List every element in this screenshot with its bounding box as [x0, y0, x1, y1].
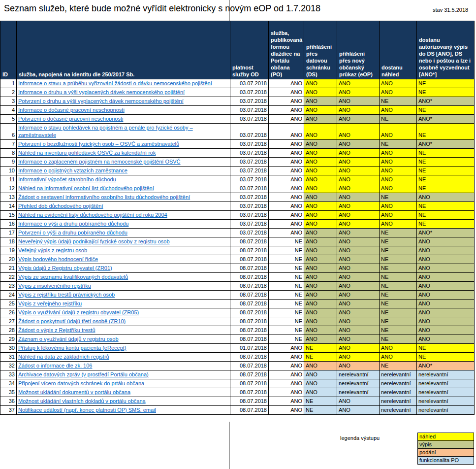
service-link[interactable]: Náhled na data ze základních registrů — [18, 354, 109, 360]
valid-from-cell: 03.07.2018 — [230, 79, 269, 88]
service-cell: Informace o druhu a výši vyplacených dáv… — [17, 88, 230, 97]
service-link[interactable]: Potvrzení o dočasné pracovní neschopnost… — [18, 116, 123, 122]
row-id: 30 — [0, 344, 17, 353]
service-link[interactable]: Výpis údajů z Registru obyvatel (ZR01) — [18, 265, 112, 271]
preview-cell: ANO — [380, 353, 417, 362]
service-link[interactable]: Přístup k lékovému kontu pacienta (eRece… — [18, 345, 127, 351]
preview-cell: NE — [380, 300, 417, 308]
service-link[interactable]: Výpis ze seznamu kvalifikovaných dodavat… — [18, 274, 128, 280]
service-link[interactable]: Přehled dob důchodového pojištění — [18, 203, 103, 209]
column-header-po: služba, publikovaná formou dlaždice na P… — [269, 21, 304, 79]
service-link[interactable]: Informace o zaplaceném pojistném na nemo… — [18, 159, 181, 165]
ds-cell: ANO — [304, 149, 337, 158]
po-cell: ANO — [269, 344, 304, 353]
ds-cell: ANO — [304, 370, 337, 379]
service-link[interactable]: Informace o pojistných vztazích zaměstna… — [18, 168, 127, 173]
extract-cell: ANO* — [417, 115, 475, 124]
service-link[interactable]: Výpis bodového hodnocení řidiče — [18, 256, 98, 262]
po-cell: ANO — [269, 167, 304, 175]
service-link[interactable]: Informace o stavu a průběhu vyřizování ž… — [18, 80, 212, 86]
service-link[interactable]: Potvrzení o druhu a výši vyplacených dáv… — [18, 98, 184, 104]
ds-cell: ANO — [304, 193, 337, 202]
column-header-eop: přihlášení přes nový občanský průkaz (eO… — [337, 21, 380, 79]
valid-from-cell: 08.07.2018 — [230, 308, 269, 317]
service-cell: Informativní výpočet starobního důchodu — [17, 175, 230, 184]
eop-cell: ANO — [337, 237, 380, 246]
service-link[interactable]: Možnost ukládání vlastních dokladů v por… — [18, 398, 146, 404]
valid-from-cell: 03.07.2018 — [230, 211, 269, 220]
service-link[interactable]: Možnost ukládání dokumentů v portálu obč… — [18, 389, 130, 395]
eop-cell: ANO — [337, 115, 380, 124]
service-link[interactable]: Archivace datových zpráv (v prostředí Po… — [18, 371, 149, 377]
service-link[interactable]: Informace o výši a druhu pobíraného důch… — [18, 221, 128, 227]
service-link[interactable]: Výpis z veřejného rejstříku — [18, 301, 82, 306]
service-cell: Přístup k lékovému kontu pacienta (eRece… — [17, 344, 230, 353]
ds-cell: ANO — [304, 97, 337, 106]
extract-cell: ANO — [417, 317, 475, 326]
row-id: 18 — [0, 237, 17, 246]
legend-row: náhled — [418, 433, 474, 441]
po-cell: NE — [269, 264, 304, 273]
service-link[interactable]: Náhled na evidenční listy důchodového po… — [18, 212, 167, 218]
valid-from-cell: 03.07.2018 — [230, 184, 269, 193]
ds-cell: ANO — [304, 273, 337, 282]
po-cell: ANO — [269, 79, 304, 88]
service-cell: Žádost o poskytnutí údajů třetí osobě (Z… — [17, 317, 230, 326]
eop-cell: ANO — [337, 175, 380, 184]
extract-cell: NE — [417, 79, 475, 88]
extract-cell: NE — [417, 149, 475, 158]
service-link[interactable]: Náhled na informativní osobní list důcho… — [18, 185, 154, 191]
extract-cell: ANO — [417, 193, 475, 202]
valid-from-cell: 08.07.2018 — [230, 237, 269, 246]
eop-cell: ANO — [337, 229, 380, 237]
legend-table-body: náhled výpis podání funkcionalita PO — [418, 433, 474, 465]
service-link[interactable]: Informace o druhu a výši vyplacených dáv… — [18, 89, 185, 95]
po-cell: NE — [269, 317, 304, 326]
extract-cell: NE — [417, 88, 475, 97]
row-id: 24 — [0, 291, 17, 300]
table-row: 29 Záznam o využívání údajů v registru o… — [0, 335, 475, 344]
service-link[interactable]: Neveřejný výpis údajů podnikající fyzick… — [18, 238, 170, 244]
service-link[interactable]: Žádost o výpis z Rejstříku trestů — [18, 327, 95, 333]
valid-from-cell: 03.07.2018 — [230, 88, 269, 97]
service-link[interactable]: Informace o dočasné pracovní neschopnost… — [18, 107, 125, 113]
ds-cell: ANO — [304, 335, 337, 344]
service-link[interactable]: Výpis z rejstříku trestů právnických oso… — [18, 292, 115, 298]
service-link[interactable]: Připojení vícero datových schránek do pr… — [18, 380, 144, 386]
extract-cell: NE — [417, 211, 475, 220]
ds-cell: ANO — [304, 246, 337, 255]
service-cell: Možnost ukládání vlastních dokladů v por… — [17, 397, 230, 406]
service-link[interactable]: Žádost o informace dle zk. 106 — [18, 363, 92, 368]
service-link[interactable]: Výpis z insolvenčního rejstříku — [18, 283, 91, 289]
service-link[interactable]: Potvrzení o výši a druhu pobíraného důch… — [18, 230, 127, 235]
eop-cell: ANO — [337, 202, 380, 211]
service-link[interactable]: Záznam o využívání údajů v registru osob — [18, 336, 119, 342]
valid-from-cell: 08.07.2018 — [230, 326, 269, 335]
ds-cell: ANO — [304, 115, 337, 124]
service-link[interactable]: Informativní výpočet starobního důchodu — [18, 176, 116, 182]
row-id: 16 — [0, 220, 17, 229]
column-header-preview: dostanu náhled — [380, 21, 417, 79]
service-cell: Výpis z insolvenčního rejstříku — [17, 282, 230, 291]
service-link[interactable]: Žádost o sestavení informativního osobní… — [18, 194, 190, 200]
row-id: 27 — [0, 317, 17, 326]
service-link[interactable]: Notifikace událostí (např. konec platnos… — [18, 407, 156, 413]
valid-from-cell: 08.07.2018 — [230, 335, 269, 344]
valid-from-cell: 03.07.2018 — [230, 193, 269, 202]
valid-from-cell: 08.07.2018 — [230, 255, 269, 264]
valid-from-cell: 03.07.2018 — [230, 97, 269, 106]
column-header-ds: přihlášení přes datovou schránku (DS) — [304, 21, 337, 79]
preview-cell: ANO — [380, 344, 417, 353]
ds-cell: ANO — [304, 264, 337, 273]
service-link[interactable]: Veřejný výpis z registru osob — [18, 247, 87, 253]
service-link[interactable]: Výpis o využívání údajů z registru obyva… — [18, 309, 139, 315]
preview-cell: NE — [380, 115, 417, 124]
extract-cell: NE — [417, 184, 475, 193]
service-link[interactable]: Potvrzení o bezdlužnosti fyzických osob … — [18, 141, 179, 147]
service-link[interactable]: Náhled na inventuru pohledávek OSVČ za k… — [18, 150, 156, 156]
valid-from-cell: 08.07.2018 — [230, 273, 269, 282]
service-link[interactable]: Žádost o poskytnutí údajů třetí osobě (Z… — [18, 318, 126, 324]
po-cell: ANO — [269, 220, 304, 229]
service-link[interactable]: Informace o stavu pohledávek na pojistné… — [18, 125, 193, 138]
preview-cell: nerelevantní — [380, 397, 417, 406]
